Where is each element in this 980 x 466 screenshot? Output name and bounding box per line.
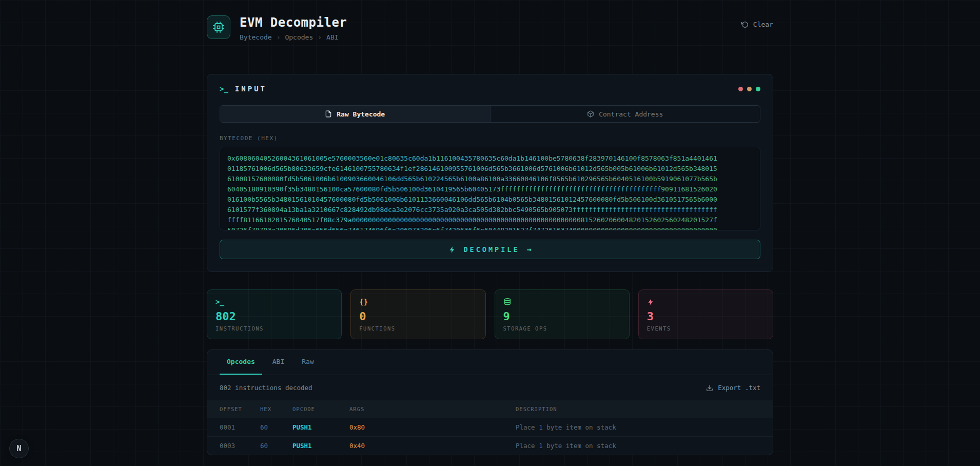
cell-offset: 0001 <box>220 423 260 431</box>
breadcrumb-item-bytecode: Bytecode <box>240 33 272 41</box>
decompile-button-label: DECOMPILE <box>463 245 519 254</box>
floating-n-badge-label: N <box>16 444 21 453</box>
breadcrumb: Bytecode › Opcodes › ABI <box>240 33 347 41</box>
table-header-row: OFFSET HEX OPCODE ARGS DESCRIPTION <box>207 400 773 418</box>
tab-raw-bytecode[interactable]: Raw Bytecode <box>220 106 490 122</box>
chip-icon <box>212 21 225 33</box>
cell-offset: 0003 <box>220 442 260 450</box>
reset-icon <box>741 21 749 28</box>
cell-hex: 60 <box>260 423 292 431</box>
stat-card-instructions: >_ 802 INSTRUCTIONS <box>207 289 342 339</box>
cell-description: Place 1 byte item on stack <box>516 442 760 450</box>
stat-card-storage-ops: 9 STORAGE OPS <box>495 289 630 339</box>
input-panel-title: INPUT <box>235 85 267 93</box>
stat-value-functions: 0 <box>359 310 477 323</box>
bytecode-input[interactable]: 0x60806040526004361061005e5760003560e01c… <box>220 147 760 230</box>
breadcrumb-item-opcodes: Opcodes <box>285 33 313 41</box>
decoded-count-text: 802 instructions decoded <box>220 384 312 392</box>
decompile-button[interactable]: DECOMPILE → <box>220 240 760 259</box>
col-header-args: ARGS <box>349 406 516 412</box>
tab-opcodes[interactable]: Opcodes <box>220 350 262 375</box>
stat-value-events: 3 <box>647 310 765 323</box>
cell-description: Place 1 byte item on stack <box>516 423 760 431</box>
bytecode-field-label: BYTECODE (HEX) <box>220 135 760 142</box>
tab-abi[interactable]: ABI <box>265 350 291 375</box>
window-dot-yellow <box>747 87 752 91</box>
terminal-prompt-icon: >_ <box>220 85 228 93</box>
window-dot-green <box>756 87 760 91</box>
col-header-offset: OFFSET <box>220 406 260 412</box>
bolt-icon <box>647 297 765 306</box>
stat-value-instructions: 802 <box>215 310 333 323</box>
tab-contract-address-label: Contract Address <box>599 110 663 118</box>
tab-contract-address[interactable]: Contract Address <box>490 106 760 122</box>
window-dot-red <box>738 87 743 91</box>
page-container: EVM Decompiler Bytecode › Opcodes › ABI … <box>207 0 773 455</box>
arrow-right-icon: → <box>527 245 532 254</box>
export-txt-button[interactable]: Export .txt <box>706 384 760 392</box>
stat-label-functions: FUNCTIONS <box>359 325 477 332</box>
stat-label-instructions: INSTRUCTIONS <box>215 325 333 332</box>
download-icon <box>706 384 713 392</box>
window-dots <box>738 87 760 91</box>
breadcrumb-separator: › <box>277 33 281 41</box>
input-mode-tabs: Raw Bytecode Contract Address <box>220 105 760 123</box>
tab-raw[interactable]: Raw <box>295 350 321 375</box>
col-header-description: DESCRIPTION <box>516 406 760 412</box>
cell-args: 0x40 <box>349 442 516 450</box>
stat-label-storage-ops: STORAGE OPS <box>503 325 621 332</box>
stat-card-events: 3 EVENTS <box>638 289 773 339</box>
page-title: EVM Decompiler <box>240 15 347 30</box>
braces-icon: {} <box>359 297 477 306</box>
floating-n-badge[interactable]: N <box>9 439 29 458</box>
results-panel: Opcodes ABI Raw 802 instructions decoded… <box>207 350 773 455</box>
database-icon <box>503 297 621 306</box>
cell-opcode: PUSH1 <box>292 442 349 450</box>
clear-button[interactable]: Clear <box>741 21 773 28</box>
col-header-opcode: OPCODE <box>292 406 349 412</box>
input-panel-header: >_ INPUT <box>220 85 760 93</box>
opcode-table: OFFSET HEX OPCODE ARGS DESCRIPTION 0001 … <box>207 400 773 455</box>
title-wrap: EVM Decompiler Bytecode › Opcodes › ABI <box>240 15 347 41</box>
file-icon <box>325 110 332 118</box>
app-header: EVM Decompiler Bytecode › Opcodes › ABI … <box>207 0 773 41</box>
input-panel: >_ INPUT Raw Bytecode <box>207 74 773 272</box>
bolt-icon <box>448 246 456 254</box>
stats-row: >_ 802 INSTRUCTIONS {} 0 FUNCTIONS 9 STO… <box>207 289 773 339</box>
app-logo <box>207 15 230 39</box>
table-row[interactable]: 0001 60 PUSH1 0x80 Place 1 byte item on … <box>207 418 773 436</box>
breadcrumb-item-abi: ABI <box>326 33 338 41</box>
cell-opcode: PUSH1 <box>292 423 349 431</box>
cell-hex: 60 <box>260 442 292 450</box>
tab-raw-bytecode-label: Raw Bytecode <box>337 110 385 118</box>
breadcrumb-separator: › <box>318 33 322 41</box>
cube-icon <box>587 110 594 118</box>
stat-value-storage-ops: 9 <box>503 310 621 323</box>
terminal-prompt-icon: >_ <box>215 297 333 306</box>
clear-button-label: Clear <box>753 21 773 28</box>
stat-label-events: EVENTS <box>647 325 765 332</box>
table-row[interactable]: 0003 60 PUSH1 0x40 Place 1 byte item on … <box>207 436 773 455</box>
col-header-hex: HEX <box>260 406 292 412</box>
export-txt-label: Export .txt <box>718 384 760 392</box>
results-status-row: 802 instructions decoded Export .txt <box>207 375 773 400</box>
results-tabbar: Opcodes ABI Raw <box>207 350 773 375</box>
stat-card-functions: {} 0 FUNCTIONS <box>350 289 485 339</box>
cell-args: 0x80 <box>349 423 516 431</box>
